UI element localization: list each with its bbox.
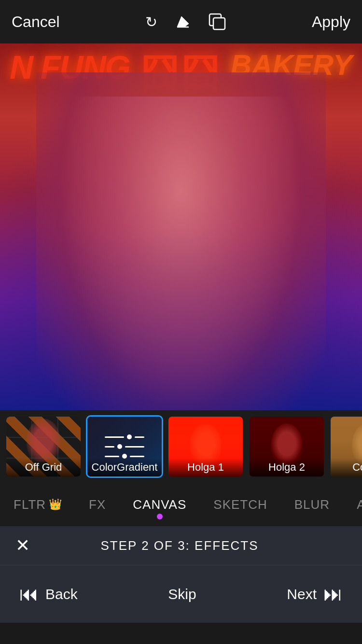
filter-item-holga-1[interactable]: Holga 1 (167, 415, 244, 478)
tab-fx[interactable]: FX (75, 483, 119, 526)
apply-button[interactable]: Apply (312, 13, 350, 31)
eraser-icon[interactable] (175, 14, 191, 30)
filter-strip: Off Grid (0, 410, 362, 483)
filter-label-color: Colo... (331, 458, 362, 476)
step-text: STEP 2 OF 3: EFFECTS (100, 538, 258, 553)
cancel-button[interactable]: Cancel (12, 13, 60, 31)
next-label: Next (287, 586, 317, 602)
tab-fltr[interactable]: FLTR 👑 (0, 483, 75, 526)
toolbar-icons: ↻ (145, 13, 226, 30)
tab-canvas[interactable]: CANVAS (119, 483, 200, 526)
back-skip-icon: ⏮ (19, 583, 39, 605)
tab-ar-label: AR (357, 497, 362, 512)
next-button[interactable]: Next ⏭ (287, 583, 343, 605)
main-image: N FUNG BAKERY 囧囧 (0, 43, 362, 410)
svg-marker-0 (177, 16, 189, 27)
refresh-icon[interactable]: ↻ (145, 14, 157, 30)
filter-label-color-gradient: ColorGradient (87, 458, 162, 476)
tab-sketch-label: SKETCH (213, 497, 267, 512)
filter-label-holga-2: Holga 2 (250, 458, 324, 476)
tab-fltr-label: FLTR (14, 497, 46, 512)
next-skip-icon: ⏭ (323, 583, 343, 605)
tab-sketch[interactable]: SKETCH (200, 483, 280, 526)
tab-fx-label: FX (89, 497, 106, 512)
close-button[interactable]: ✕ (15, 535, 30, 556)
person-hair (60, 97, 302, 410)
bottom-nav: ⏮ Back Skip Next ⏭ (0, 565, 362, 623)
tab-canvas-label: CANVAS (133, 497, 186, 512)
filter-item-holga-2[interactable]: Holga 2 (248, 415, 325, 478)
filter-label-off-grid: Off Grid (6, 458, 81, 476)
tab-bar: FLTR 👑 FX CANVAS SKETCH BLUR AR (0, 483, 362, 526)
tab-ar[interactable]: AR (343, 483, 362, 526)
filter-item-off-grid[interactable]: Off Grid (5, 415, 82, 478)
back-button[interactable]: ⏮ Back (19, 583, 78, 605)
svg-rect-3 (213, 18, 225, 29)
filter-item-color[interactable]: Colo... (329, 415, 362, 478)
filter-label-holga-1: Holga 1 (168, 458, 243, 476)
layers-icon[interactable] (209, 13, 226, 30)
tab-blur[interactable]: BLUR (281, 483, 343, 526)
crown-icon: 👑 (49, 498, 62, 511)
tab-blur-label: BLUR (294, 497, 330, 512)
top-bar: Cancel ↻ Apply (0, 0, 362, 43)
back-label: Back (45, 586, 78, 602)
filter-item-color-gradient[interactable]: ColorGradient (86, 415, 163, 478)
skip-button[interactable]: Skip (168, 586, 196, 602)
step-banner: ✕ STEP 2 OF 3: EFFECTS (0, 526, 362, 565)
